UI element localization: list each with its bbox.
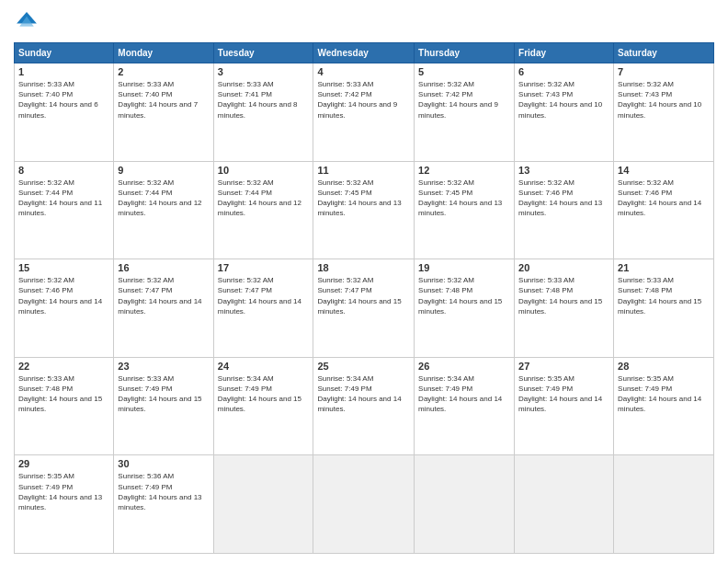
day-info: Sunrise: 5:32 AMSunset: 7:47 PMDaylight:… [317,275,410,316]
day-number: 18 [317,262,410,273]
col-header-saturday: Saturday [614,43,714,63]
day-cell: 30Sunrise: 5:36 AMSunset: 7:49 PMDayligh… [114,455,213,554]
day-number: 25 [317,361,410,372]
day-number: 2 [118,66,209,77]
day-cell: 1Sunrise: 5:33 AMSunset: 7:40 PMDaylight… [15,63,114,162]
day-number: 29 [18,458,109,469]
day-info: Sunrise: 5:32 AMSunset: 7:43 PMDaylight:… [618,79,710,121]
day-info: Sunrise: 5:35 AMSunset: 7:49 PMDaylight:… [18,471,109,512]
day-cell: 2Sunrise: 5:33 AMSunset: 7:40 PMDaylight… [114,63,213,162]
day-info: Sunrise: 5:33 AMSunset: 7:40 PMDaylight:… [18,79,109,121]
day-cell [614,455,714,554]
day-cell: 21Sunrise: 5:33 AMSunset: 7:48 PMDayligh… [614,259,714,358]
day-cell: 3Sunrise: 5:33 AMSunset: 7:41 PMDaylight… [213,63,313,162]
day-cell: 25Sunrise: 5:34 AMSunset: 7:49 PMDayligh… [313,357,415,455]
day-info: Sunrise: 5:35 AMSunset: 7:49 PMDaylight:… [618,373,710,415]
day-number: 8 [18,165,109,176]
day-cell [515,455,614,554]
day-cell: 27Sunrise: 5:35 AMSunset: 7:49 PMDayligh… [515,357,614,455]
day-cell: 18Sunrise: 5:32 AMSunset: 7:47 PMDayligh… [313,259,415,358]
day-cell: 7Sunrise: 5:32 AMSunset: 7:43 PMDaylight… [614,63,714,162]
col-header-monday: Monday [114,43,213,63]
week-row-0: 1Sunrise: 5:33 AMSunset: 7:40 PMDaylight… [15,63,714,162]
day-cell: 12Sunrise: 5:32 AMSunset: 7:45 PMDayligh… [415,161,515,259]
day-number: 24 [218,361,310,372]
day-number: 3 [218,66,310,77]
day-number: 14 [618,165,710,176]
day-cell: 13Sunrise: 5:32 AMSunset: 7:46 PMDayligh… [515,161,614,259]
day-cell: 11Sunrise: 5:32 AMSunset: 7:45 PMDayligh… [313,161,415,259]
day-cell [313,455,415,554]
day-number: 12 [418,165,510,176]
week-row-3: 22Sunrise: 5:33 AMSunset: 7:48 PMDayligh… [15,357,714,455]
day-number: 11 [317,165,410,176]
day-number: 16 [118,262,209,273]
day-number: 27 [518,361,609,372]
day-cell [213,455,313,554]
day-number: 28 [618,361,710,372]
day-number: 26 [418,361,510,372]
day-info: Sunrise: 5:32 AMSunset: 7:43 PMDaylight:… [518,79,609,121]
day-number: 9 [118,165,209,176]
day-info: Sunrise: 5:35 AMSunset: 7:49 PMDaylight:… [518,373,609,415]
day-info: Sunrise: 5:32 AMSunset: 7:44 PMDaylight:… [218,178,310,219]
day-number: 19 [418,262,510,273]
day-info: Sunrise: 5:32 AMSunset: 7:45 PMDaylight:… [317,178,410,219]
col-header-friday: Friday [515,43,614,63]
day-number: 17 [218,262,310,273]
week-row-1: 8Sunrise: 5:32 AMSunset: 7:44 PMDaylight… [15,161,714,259]
day-number: 13 [518,165,609,176]
day-info: Sunrise: 5:33 AMSunset: 7:41 PMDaylight:… [218,79,310,121]
page: SundayMondayTuesdayWednesdayThursdayFrid… [0,0,728,563]
week-row-4: 29Sunrise: 5:35 AMSunset: 7:49 PMDayligh… [15,455,714,554]
day-info: Sunrise: 5:32 AMSunset: 7:47 PMDaylight:… [218,275,310,316]
day-info: Sunrise: 5:32 AMSunset: 7:46 PMDaylight:… [18,275,109,316]
day-cell: 17Sunrise: 5:32 AMSunset: 7:47 PMDayligh… [213,259,313,358]
day-cell: 26Sunrise: 5:34 AMSunset: 7:49 PMDayligh… [415,357,515,455]
day-cell: 19Sunrise: 5:32 AMSunset: 7:48 PMDayligh… [415,259,515,358]
day-info: Sunrise: 5:33 AMSunset: 7:40 PMDaylight:… [118,79,209,121]
day-info: Sunrise: 5:33 AMSunset: 7:48 PMDaylight:… [18,373,109,415]
day-cell: 20Sunrise: 5:33 AMSunset: 7:48 PMDayligh… [515,259,614,358]
day-number: 21 [618,262,710,273]
day-info: Sunrise: 5:33 AMSunset: 7:42 PMDaylight:… [317,79,410,121]
day-number: 1 [18,66,109,77]
day-cell: 10Sunrise: 5:32 AMSunset: 7:44 PMDayligh… [213,161,313,259]
day-info: Sunrise: 5:32 AMSunset: 7:46 PMDaylight:… [618,178,710,219]
day-info: Sunrise: 5:34 AMSunset: 7:49 PMDaylight:… [218,373,310,415]
day-info: Sunrise: 5:34 AMSunset: 7:49 PMDaylight:… [317,373,410,415]
day-cell: 15Sunrise: 5:32 AMSunset: 7:46 PMDayligh… [15,259,114,358]
day-cell: 29Sunrise: 5:35 AMSunset: 7:49 PMDayligh… [15,455,114,554]
day-info: Sunrise: 5:32 AMSunset: 7:42 PMDaylight:… [418,79,510,121]
day-info: Sunrise: 5:32 AMSunset: 7:45 PMDaylight:… [418,178,510,219]
day-cell: 5Sunrise: 5:32 AMSunset: 7:42 PMDaylight… [415,63,515,162]
day-info: Sunrise: 5:33 AMSunset: 7:48 PMDaylight:… [618,275,710,316]
logo [14,9,43,35]
day-info: Sunrise: 5:33 AMSunset: 7:49 PMDaylight:… [118,373,209,415]
day-cell: 23Sunrise: 5:33 AMSunset: 7:49 PMDayligh… [114,357,213,455]
day-number: 7 [618,66,710,77]
day-number: 23 [118,361,209,372]
day-number: 10 [218,165,310,176]
day-cell: 8Sunrise: 5:32 AMSunset: 7:44 PMDaylight… [15,161,114,259]
day-number: 15 [18,262,109,273]
day-cell: 14Sunrise: 5:32 AMSunset: 7:46 PMDayligh… [614,161,714,259]
day-info: Sunrise: 5:32 AMSunset: 7:48 PMDaylight:… [418,275,510,316]
day-info: Sunrise: 5:32 AMSunset: 7:47 PMDaylight:… [118,275,209,316]
col-header-wednesday: Wednesday [313,43,415,63]
day-number: 6 [518,66,609,77]
day-number: 22 [18,361,109,372]
day-number: 4 [317,66,410,77]
day-info: Sunrise: 5:36 AMSunset: 7:49 PMDaylight:… [118,471,209,512]
day-cell: 6Sunrise: 5:32 AMSunset: 7:43 PMDaylight… [515,63,614,162]
week-row-2: 15Sunrise: 5:32 AMSunset: 7:46 PMDayligh… [15,259,714,358]
col-header-sunday: Sunday [15,43,114,63]
header [14,9,714,35]
col-header-thursday: Thursday [415,43,515,63]
day-cell: 16Sunrise: 5:32 AMSunset: 7:47 PMDayligh… [114,259,213,358]
day-cell: 28Sunrise: 5:35 AMSunset: 7:49 PMDayligh… [614,357,714,455]
logo-icon [14,9,40,35]
day-cell: 22Sunrise: 5:33 AMSunset: 7:48 PMDayligh… [15,357,114,455]
calendar-table: SundayMondayTuesdayWednesdayThursdayFrid… [14,42,714,554]
day-info: Sunrise: 5:33 AMSunset: 7:48 PMDaylight:… [518,275,609,316]
